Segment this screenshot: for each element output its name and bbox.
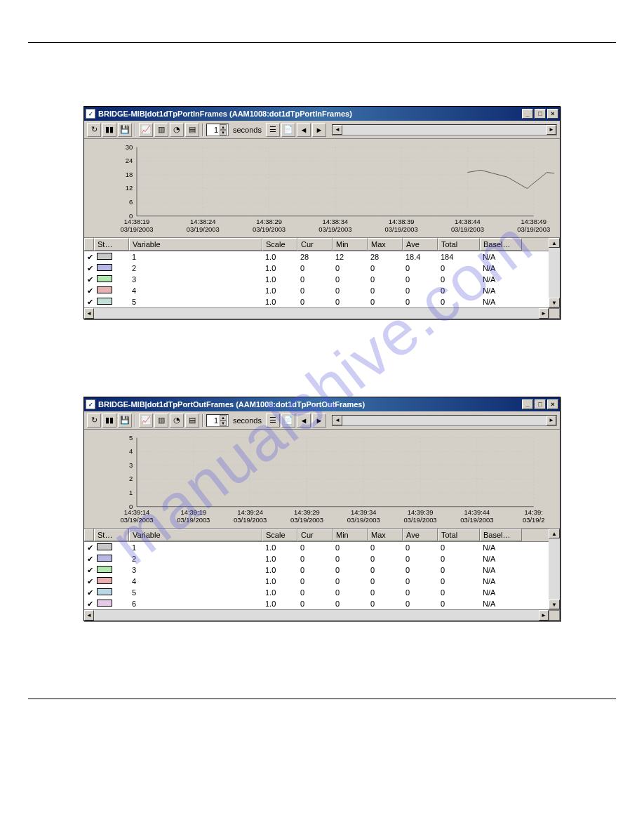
scroll-left-icon[interactable]: ◄ <box>333 125 342 135</box>
maximize-button[interactable]: □ <box>535 109 546 119</box>
nav-back-icon[interactable]: ◄ <box>297 123 311 137</box>
minimize-button[interactable]: _ <box>522 399 533 409</box>
bar-chart-icon[interactable]: ▥ <box>154 123 168 137</box>
window-hscroll[interactable]: ◄► <box>84 307 560 319</box>
scroll-down-icon[interactable]: ▼ <box>549 600 560 609</box>
toolbar-scrollbar[interactable]: ◄► <box>332 415 557 426</box>
variable-cell: 4 <box>129 286 262 295</box>
bar-chart-icon[interactable]: ▥ <box>154 413 168 428</box>
total-cell: 0 <box>438 286 480 295</box>
svg-text:14:39:24: 14:39:24 <box>237 508 263 516</box>
table-vscroll[interactable]: ▲▼ <box>549 238 560 307</box>
refresh-icon[interactable]: ↻ <box>87 413 101 428</box>
col-header-variable[interactable]: Variable <box>129 238 262 251</box>
scroll-left-icon[interactable]: ◄ <box>84 610 94 621</box>
variable-cell: 2 <box>129 555 262 563</box>
col-header-cur[interactable]: Cur <box>297 238 333 251</box>
scroll-left-icon[interactable]: ◄ <box>84 308 94 319</box>
histogram-icon[interactable]: ▤ <box>185 123 199 137</box>
nav-fwd-icon[interactable]: ► <box>312 123 326 137</box>
scroll-right-icon[interactable]: ► <box>546 125 556 135</box>
close-button[interactable]: × <box>547 399 558 409</box>
scroll-right-icon[interactable]: ► <box>539 308 549 319</box>
color-swatch <box>97 600 112 607</box>
line-chart-icon[interactable]: 📈 <box>139 413 153 428</box>
resize-grip[interactable] <box>549 308 560 319</box>
interval-spinner[interactable]: 1▲▼ <box>206 124 229 136</box>
resize-grip[interactable] <box>549 610 560 621</box>
pie-chart-icon[interactable]: ◔ <box>170 123 184 137</box>
col-header-ave[interactable]: Ave <box>403 238 438 251</box>
col-header-baseline[interactable]: Basel… <box>480 238 522 251</box>
col-header-total[interactable]: Total <box>438 529 480 541</box>
table-row[interactable]: ✔11.028122818.4184N/A <box>84 251 549 263</box>
spinner-up-icon[interactable]: ▲ <box>220 415 227 421</box>
svg-text:03/19/2003: 03/19/2003 <box>517 225 550 233</box>
scroll-up-icon[interactable]: ▲ <box>549 238 560 248</box>
interval-spinner[interactable]: 1▲▼ <box>206 414 229 427</box>
table-row[interactable]: ✔21.000000N/A <box>84 263 549 274</box>
scale-cell: 1.0 <box>262 286 297 295</box>
table-row[interactable]: ✔21.000000N/A <box>84 553 549 564</box>
spinner-up-icon[interactable]: ▲ <box>220 124 227 130</box>
scroll-left-icon[interactable]: ◄ <box>333 416 342 425</box>
histogram-icon[interactable]: ▤ <box>185 413 199 428</box>
col-header-min[interactable]: Min <box>333 238 368 251</box>
col-header-chk[interactable] <box>84 238 94 251</box>
table-row[interactable]: ✔51.000000N/A <box>84 296 549 307</box>
col-header-max[interactable]: Max <box>368 238 403 251</box>
refresh-icon[interactable]: ↻ <box>87 123 101 137</box>
pause-icon[interactable]: ▮▮ <box>102 123 116 137</box>
close-button[interactable]: × <box>547 109 558 119</box>
save-icon[interactable]: 💾 <box>118 413 132 428</box>
col-header-ave[interactable]: Ave <box>403 529 438 541</box>
copy-icon[interactable]: 📄 <box>281 413 295 428</box>
titlebar[interactable]: ✓BRIDGE-MIB|dot1dTpPortInFrames (AAM1008… <box>84 107 560 121</box>
min-cell: 0 <box>333 555 368 563</box>
table-row[interactable]: ✔31.000000N/A <box>84 564 549 576</box>
checkbox-icon: ✔ <box>84 543 94 552</box>
spinner-down-icon[interactable]: ▼ <box>220 130 227 135</box>
window-hscroll[interactable]: ◄► <box>84 609 560 621</box>
col-header-min[interactable]: Min <box>333 529 368 541</box>
scroll-up-icon[interactable]: ▲ <box>549 529 560 538</box>
table-row[interactable]: ✔31.000000N/A <box>84 274 549 285</box>
list-icon[interactable]: ☰ <box>266 123 280 137</box>
nav-fwd-icon[interactable]: ► <box>312 413 326 428</box>
col-header-style[interactable]: St… <box>94 529 129 541</box>
color-swatch <box>97 298 112 305</box>
table-row[interactable]: ✔51.000000N/A <box>84 587 549 598</box>
toolbar-scrollbar[interactable]: ◄► <box>332 124 557 135</box>
pause-icon[interactable]: ▮▮ <box>102 413 116 428</box>
table-vscroll[interactable]: ▲▼ <box>549 529 560 609</box>
maximize-button[interactable]: □ <box>535 399 546 409</box>
scroll-right-icon[interactable]: ► <box>539 610 549 621</box>
list-icon[interactable]: ☰ <box>266 413 280 428</box>
table-row[interactable]: ✔41.000000N/A <box>84 576 549 587</box>
col-header-scale[interactable]: Scale <box>262 238 297 251</box>
spinner-down-icon[interactable]: ▼ <box>220 421 227 426</box>
col-header-style[interactable]: St… <box>94 238 129 251</box>
col-header-scale[interactable]: Scale <box>262 529 297 541</box>
titlebar[interactable]: ✓BRIDGE-MIB|dot1dTpPortOutFrames (AAM100… <box>84 397 560 411</box>
col-header-total[interactable]: Total <box>438 238 480 251</box>
checkbox-icon: ✔ <box>84 588 94 597</box>
minimize-button[interactable]: _ <box>522 109 533 119</box>
scroll-right-icon[interactable]: ► <box>546 416 556 425</box>
table-row[interactable]: ✔41.000000N/A <box>84 285 549 296</box>
col-header-max[interactable]: Max <box>368 529 403 541</box>
line-chart-icon[interactable]: 📈 <box>139 123 153 137</box>
scroll-down-icon[interactable]: ▼ <box>549 298 560 307</box>
baseline-cell: N/A <box>480 264 522 272</box>
col-header-cur[interactable]: Cur <box>297 529 333 541</box>
col-header-variable[interactable]: Variable <box>129 529 262 541</box>
nav-back-icon[interactable]: ◄ <box>297 413 311 428</box>
table-row[interactable]: ✔61.000000N/A <box>84 598 549 609</box>
pie-chart-icon[interactable]: ◔ <box>170 413 184 428</box>
copy-icon[interactable]: 📄 <box>281 123 295 137</box>
table-row[interactable]: ✔11.000000N/A <box>84 542 549 553</box>
col-header-chk[interactable] <box>84 529 94 541</box>
col-header-baseline[interactable]: Basel… <box>480 529 522 541</box>
scale-cell: 1.0 <box>262 253 297 261</box>
save-icon[interactable]: 💾 <box>118 123 132 137</box>
